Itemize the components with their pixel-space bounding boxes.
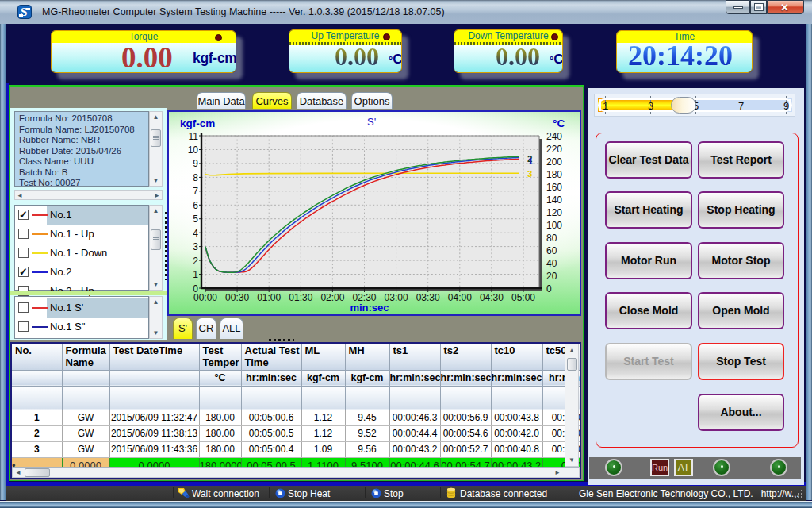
svg-text:220: 220 [546,144,562,155]
svg-text:100: 100 [546,220,562,231]
svg-text:180: 180 [546,169,562,180]
svg-text:3: 3 [527,169,532,179]
svg-text:20: 20 [546,271,557,282]
svg-text:min:sec: min:sec [350,302,389,314]
svg-text:04:30: 04:30 [480,292,504,303]
svg-text:00:30: 00:30 [225,292,249,303]
svg-text:6: 6 [193,200,198,211]
svg-text:°C: °C [553,117,565,129]
svg-text:60: 60 [546,245,557,256]
svg-text:240: 240 [546,131,562,142]
svg-text:80: 80 [546,233,557,244]
svg-text:4: 4 [193,228,198,239]
svg-text:140: 140 [546,194,562,206]
svg-text:7: 7 [193,186,198,197]
svg-text:1: 1 [528,156,534,166]
svg-text:9: 9 [193,158,198,169]
svg-text:160: 160 [546,182,562,193]
svg-text:02:00: 02:00 [320,292,344,303]
svg-text:10: 10 [188,144,199,156]
svg-text:40: 40 [546,258,557,269]
svg-text:03:30: 03:30 [416,292,440,303]
svg-text:01:30: 01:30 [289,292,312,303]
svg-text:kgf-cm: kgf-cm [180,117,215,129]
svg-text:01:00: 01:00 [257,292,281,303]
svg-text:0: 0 [546,283,552,294]
svg-text:04:00: 04:00 [448,292,472,303]
svg-text:00:00: 00:00 [193,292,217,303]
svg-text:2: 2 [193,256,198,267]
svg-text:8: 8 [193,172,198,183]
svg-text:3: 3 [193,241,198,252]
svg-text:200: 200 [546,156,562,167]
svg-text:5: 5 [193,214,198,225]
svg-text:05:00: 05:00 [511,292,535,303]
svg-text:S': S' [367,116,376,128]
svg-text:11: 11 [189,131,199,142]
svg-text:1: 1 [193,269,198,280]
svg-text:120: 120 [546,207,562,218]
